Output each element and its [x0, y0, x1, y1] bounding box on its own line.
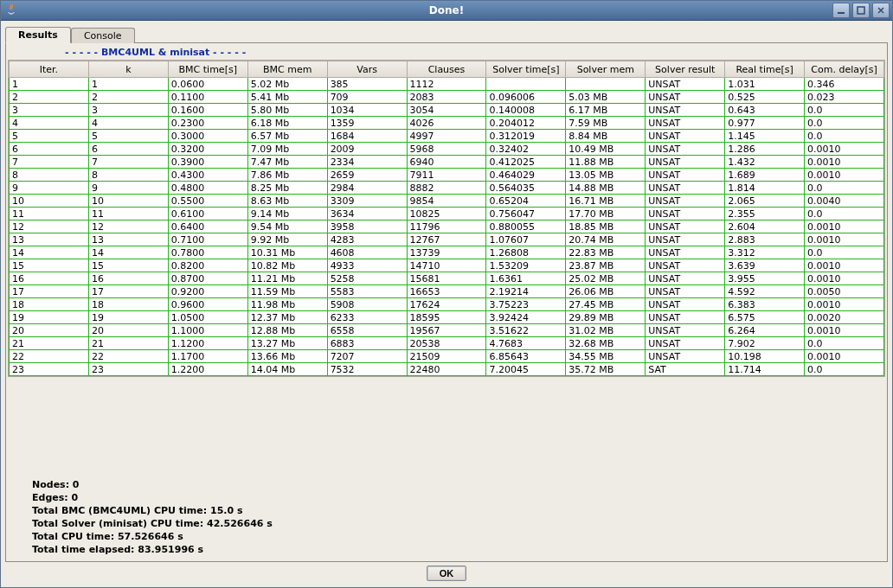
table-row[interactable]: 440.23006.18 Mb135940260.2040127.59 MBUN…: [10, 117, 884, 130]
table-cell: 10825: [407, 208, 486, 220]
maximize-button[interactable]: [852, 3, 870, 18]
col-header[interactable]: Vars: [327, 61, 407, 78]
close-button[interactable]: [872, 3, 890, 18]
table-cell: 2659: [327, 169, 407, 182]
table-cell: 5: [10, 130, 89, 143]
table-cell: UNSAT: [646, 117, 725, 130]
col-header[interactable]: Solver mem: [566, 61, 646, 78]
table-cell: 0.0010: [805, 259, 884, 272]
table-cell: 3.955: [725, 272, 805, 285]
tab-console[interactable]: Console: [71, 28, 135, 43]
table-cell: 23: [88, 363, 168, 376]
table-cell: 7.09 Mb: [247, 143, 327, 156]
table-row[interactable]: 12120.64009.54 Mb3958117960.88005518.85 …: [10, 220, 884, 233]
table-cell: 11.98 Mb: [247, 298, 327, 311]
minimize-button[interactable]: [832, 3, 850, 18]
table-cell: 7: [88, 156, 168, 169]
ok-button[interactable]: OK: [427, 566, 467, 581]
table-cell: 0.204012: [486, 117, 566, 130]
table-cell: UNSAT: [646, 143, 725, 156]
table-cell: 1: [10, 78, 89, 91]
table-cell: 7.902: [725, 337, 805, 350]
table-cell: 4283: [327, 233, 407, 246]
table-cell: 10: [10, 195, 89, 208]
table-cell: 17: [10, 285, 89, 298]
table-row[interactable]: 880.43007.86 Mb265979110.46402913.05 MBU…: [10, 169, 884, 182]
table-cell: 21509: [407, 350, 486, 363]
table-cell: UNSAT: [646, 324, 725, 337]
table-cell: 1.07607: [486, 233, 566, 246]
col-header[interactable]: BMC mem: [247, 61, 327, 78]
table-cell: 15: [10, 259, 89, 272]
col-header[interactable]: Real time[s]: [725, 61, 805, 78]
table-cell: 8882: [407, 182, 486, 195]
table-cell: 4608: [327, 246, 407, 259]
col-header[interactable]: BMC time[s]: [168, 61, 247, 78]
table-cell: 7532: [327, 363, 407, 376]
table-row[interactable]: 21211.120013.27 Mb6883205384.768332.68 M…: [10, 337, 884, 350]
summary-bmc-cpu: Total BMC (BMC4UML) CPU time: 15.0 s: [32, 504, 883, 517]
table-cell: UNSAT: [646, 350, 725, 363]
table-row[interactable]: 11110.61009.14 Mb3634108250.75604717.70 …: [10, 208, 884, 220]
table-cell: 6558: [327, 324, 407, 337]
table-cell: 1.1000: [168, 324, 247, 337]
content-area: Results Console - - - - - BMC4UML & mini…: [1, 21, 892, 587]
table-row[interactable]: 770.39007.47 Mb233469400.41202511.88 MBU…: [10, 156, 884, 169]
app-window: Done! Results Console - - - - - BMC4UML …: [0, 0, 893, 588]
table-cell: 31.02 MB: [566, 324, 646, 337]
table-cell: 0.0010: [805, 220, 884, 233]
table-cell: 12767: [407, 233, 486, 246]
table-cell: 11.59 Mb: [247, 285, 327, 298]
table-cell: 13: [88, 233, 168, 246]
col-header[interactable]: Clauses: [407, 61, 486, 78]
button-row: OK: [5, 562, 888, 583]
table-cell: 4026: [407, 117, 486, 130]
table-cell: 12.88 Mb: [247, 324, 327, 337]
table-row[interactable]: 16160.870011.21 Mb5258156811.636125.02 M…: [10, 272, 884, 285]
table-cell: 10: [88, 195, 168, 208]
table-cell: 3634: [327, 208, 407, 220]
table-cell: 0.2300: [168, 117, 247, 130]
col-header[interactable]: Solver result: [646, 61, 725, 78]
table-row[interactable]: 23231.220014.04 Mb7532224807.2004535.72 …: [10, 363, 884, 376]
table-cell: 0.525: [725, 91, 805, 104]
table-cell: 0.0: [805, 363, 884, 376]
table-row[interactable]: 13130.71009.92 Mb4283127671.0760720.74 M…: [10, 233, 884, 246]
table-header-row: Iter.kBMC time[s]BMC memVarsClausesSolve…: [10, 61, 884, 78]
table-row[interactable]: 220.11005.41 Mb70920830.0960065.03 MBUNS…: [10, 91, 884, 104]
table-row[interactable]: 990.48008.25 Mb298488820.56403514.88 MBU…: [10, 182, 884, 195]
table-cell: 0.977: [725, 117, 805, 130]
table-cell: 1.145: [725, 130, 805, 143]
table-cell: 2.065: [725, 195, 805, 208]
table-row[interactable]: 22221.170013.66 Mb7207215096.8564334.55 …: [10, 350, 884, 363]
col-header[interactable]: Solver time[s]: [486, 61, 566, 78]
table-row[interactable]: 330.16005.80 Mb103430540.1400086.17 MBUN…: [10, 104, 884, 117]
table-row[interactable]: 550.30006.57 Mb168449970.3120198.84 MBUN…: [10, 130, 884, 143]
table-cell: 10.82 Mb: [247, 259, 327, 272]
tab-results[interactable]: Results: [5, 27, 71, 43]
table-row[interactable]: 20201.100012.88 Mb6558195673.5162231.02 …: [10, 324, 884, 337]
table-row[interactable]: 18180.960011.98 Mb5908176243.7522327.45 …: [10, 298, 884, 311]
summary-solver-cpu: Total Solver (minisat) CPU time: 42.5266…: [32, 517, 883, 530]
table-cell: 0.0040: [805, 195, 884, 208]
table-cell: 20: [88, 324, 168, 337]
table-cell: 20538: [407, 337, 486, 350]
table-row[interactable]: 15150.820010.82 Mb4933147101.5320923.87 …: [10, 259, 884, 272]
col-header[interactable]: Iter.: [10, 61, 89, 78]
col-header[interactable]: Com. delay[s]: [805, 61, 884, 78]
table-cell: 6: [88, 143, 168, 156]
results-table-wrap: Iter.kBMC time[s]BMC memVarsClausesSolve…: [8, 60, 885, 377]
col-header[interactable]: k: [88, 61, 168, 78]
table-row[interactable]: 17170.920011.59 Mb5583166532.1921426.06 …: [10, 285, 884, 298]
table-row[interactable]: 19191.050012.37 Mb6233185953.9242429.89 …: [10, 311, 884, 324]
table-cell: 16: [10, 272, 89, 285]
table-cell: 18.85 MB: [566, 220, 646, 233]
table-cell: 21: [10, 337, 89, 350]
table-row[interactable]: 14140.780010.31 Mb4608137391.2680822.83 …: [10, 246, 884, 259]
table-row[interactable]: 110.06005.02 Mb3851112UNSAT1.0310.346: [10, 78, 884, 91]
title-bar[interactable]: Done!: [1, 1, 892, 21]
table-cell: 0.7100: [168, 233, 247, 246]
table-row[interactable]: 10100.55008.63 Mb330998540.6520416.71 MB…: [10, 195, 884, 208]
table-cell: 9854: [407, 195, 486, 208]
table-row[interactable]: 660.32007.09 Mb200959680.3240210.49 MBUN…: [10, 143, 884, 156]
